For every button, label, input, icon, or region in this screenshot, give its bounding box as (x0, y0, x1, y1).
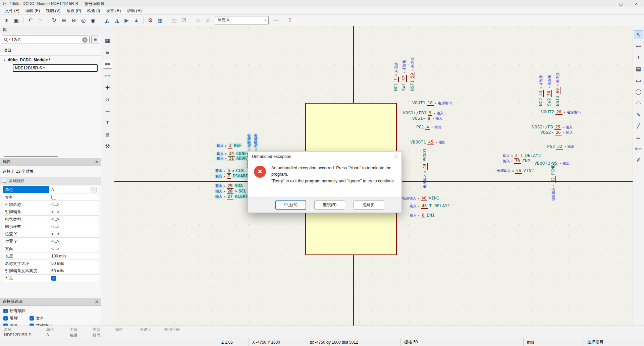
update-symbol-icon[interactable]: ↥ (285, 16, 294, 25)
add-textbox-tool-icon[interactable]: ▤ (634, 64, 643, 73)
datasheet-icon[interactable]: ▤ (170, 16, 179, 25)
pin-BST1[interactable]: BST159×未连接 (410, 57, 415, 91)
symbol-check-icon[interactable]: ☑ (179, 16, 189, 25)
property-row-1[interactable]: 专有 (3, 193, 99, 201)
tree-item-symbol[interactable]: NDE12D15R-S * (13, 64, 98, 72)
pin-SDA[interactable]: 双向×29SDA (215, 183, 243, 188)
pin-PG1[interactable]: PG14×输出 (416, 124, 441, 129)
add-rectangle-tool-icon[interactable]: ▭ (634, 76, 643, 85)
property-row-3[interactable]: 引脚编号<...> (3, 208, 99, 216)
pin-SW2[interactable]: SW258×未连接 (546, 75, 551, 106)
clear-search-icon[interactable]: ✕ (82, 37, 88, 43)
menu-item-5[interactable]: 设置 (R) (103, 7, 124, 15)
zoom-out-icon[interactable]: ⊖ (69, 16, 78, 25)
unit-select[interactable]: 单元 A ˅ (215, 16, 269, 24)
pin-ALERT[interactable]: 输入×27ALERT (215, 194, 248, 199)
filter-checkbox-1[interactable]: ✓引脚 (3, 315, 30, 321)
add-line-tool-icon[interactable]: ╱ (634, 121, 643, 130)
grid-display-icon[interactable]: ▦ (103, 36, 112, 45)
property-row-0[interactable]: 单位A˅ (3, 186, 99, 193)
filter-checkbox-2[interactable]: ✓文本 (30, 315, 98, 321)
checkbox-checked-icon[interactable]: ✓ (30, 316, 34, 321)
property-row-8[interactable]: 方向<...> (3, 245, 99, 252)
close-button[interactable]: ✕ (629, 0, 644, 7)
filter-checkbox-0[interactable]: ✓所有项目 (3, 308, 98, 314)
property-row-2[interactable]: 引脚名称<...> (3, 201, 99, 208)
dialog-button-0[interactable]: 中止(A) (275, 200, 306, 210)
search-input[interactable] (11, 37, 81, 42)
checkbox-unchecked-icon[interactable] (51, 195, 56, 199)
collapse-icon[interactable]: − (3, 179, 6, 183)
property-value[interactable]: <...> (49, 230, 99, 237)
dialog-button-2[interactable]: 忽略(I) (353, 200, 384, 210)
property-value[interactable]: 100 mils (49, 252, 99, 260)
pin-CLK[interactable]: 双向×5>CLK (215, 168, 244, 173)
redo-icon[interactable]: ↷ (36, 16, 45, 25)
property-value[interactable]: 50 mils (49, 267, 99, 274)
sort-button[interactable]: ≣ (91, 36, 99, 44)
pin-VOUT1[interactable]: VOUT118×电源输出 (412, 100, 452, 105)
dialog-title-bar[interactable]: Unhandled exception ✕ (248, 152, 401, 162)
property-value[interactable]: ✓ (49, 275, 99, 282)
pin-electrical-type-icon[interactable]: o? (103, 95, 112, 104)
pin-PGND2[interactable]: 电源输入×52PGND2 (550, 162, 555, 201)
save-icon[interactable]: ▣ (12, 16, 21, 25)
add-arc-tool-icon[interactable]: ◠ (634, 99, 643, 108)
pin-VIN1[interactable]: 电源输入×48VIN1 (402, 195, 439, 200)
undo-icon[interactable]: ↶ (26, 16, 35, 25)
show-hidden-text-icon[interactable]: T (103, 118, 112, 127)
move-anchor-tool-icon[interactable]: ⌖(0,0) (634, 144, 643, 153)
units-inch-icon[interactable]: in (103, 48, 112, 57)
properties-panel-icon[interactable]: ⚒ (103, 142, 112, 151)
property-row-7[interactable]: 位置 Y<...> (3, 238, 99, 245)
delete-tool-icon[interactable]: ✗ (634, 156, 643, 165)
pin-table-icon[interactable]: ▦ (156, 16, 165, 25)
menu-item-6[interactable]: 帮助 (H) (124, 7, 145, 15)
rotate-cw-icon[interactable]: ◮ (112, 16, 121, 25)
property-value[interactable]: <...> (49, 208, 99, 215)
pin-VOS1-[interactable]: VOS1-8×输入 (412, 116, 442, 121)
pin-ISHARE[interactable]: 双向×7ISHARE (215, 173, 248, 178)
menu-item-4[interactable]: 检查 (I) (84, 7, 103, 15)
close-icon[interactable]: ✕ (95, 160, 98, 164)
checkbox-checked-icon[interactable]: ✓ (3, 309, 8, 313)
pin-EN2[interactable]: 输入×30EN2 (503, 158, 530, 163)
add-bezier-tool-icon[interactable]: ∿ (634, 110, 643, 119)
pin-VOS1+/FB1[interactable]: VOS1+/FB19×输入 (403, 110, 444, 115)
property-row-9[interactable]: 长度100 mils (3, 252, 99, 260)
symbol-properties-icon[interactable]: ⚙ (146, 16, 155, 25)
maximize-button[interactable]: ▢ (613, 0, 629, 7)
add-polygon-tool-icon[interactable]: ▱ (634, 133, 643, 142)
mirror-horizontal-icon[interactable]: ▶ (122, 16, 131, 25)
sync-pins-icon[interactable]: ⊶ (271, 16, 280, 25)
units-mil-icon[interactable]: mil (103, 60, 112, 69)
property-row-12[interactable]: 可见✓ (3, 275, 99, 282)
units-mm-icon[interactable]: mm (103, 71, 112, 80)
properties-group-header[interactable]: − 基础属性 (0, 177, 101, 185)
pin-VBOOT1[interactable]: VBOOT145×输出 (410, 139, 445, 145)
chevron-down-icon[interactable]: ˅ (3, 58, 6, 62)
pin-NC1[interactable]: NC11×未连接 (393, 62, 398, 91)
checkbox-checked-icon[interactable]: ✓ (3, 316, 8, 321)
pin-VOUT2[interactable]: VOUT220×电源输出 (541, 109, 581, 114)
pin-VIN2[interactable]: 电源输入×56VIN2 (497, 168, 534, 173)
pin-SCL[interactable]: 输入×28>SCL (215, 188, 246, 193)
property-row-10[interactable]: 名称文字大小50 mils (3, 260, 99, 267)
pin-PGND1[interactable]: 电源输入×49PGND1 (422, 149, 427, 188)
pin-SW1[interactable]: SW157×未连接 (401, 60, 406, 91)
zoom-fit-icon[interactable]: ◎ (79, 16, 88, 25)
select-tool-icon[interactable]: ↖ (634, 30, 643, 39)
property-row-6[interactable]: 位置 X<...> (3, 230, 99, 238)
add-text-tool-icon[interactable]: T (634, 53, 643, 62)
menu-item-3[interactable]: 放置 (P) (63, 7, 84, 15)
minimize-button[interactable]: — (598, 0, 613, 7)
chevron-down-icon[interactable]: ˅ (90, 187, 97, 192)
show-hidden-pins-icon[interactable]: ⊸ (103, 107, 112, 116)
property-value[interactable] (49, 193, 99, 200)
property-value[interactable]: A˅ (49, 186, 99, 193)
property-value[interactable]: <...> (49, 245, 99, 252)
dialog-close-icon[interactable]: ✕ (394, 154, 397, 159)
pin-REF[interactable]: 输入×3REF (217, 143, 242, 148)
library-search-input[interactable]: ▾ ✕ (2, 36, 90, 44)
close-icon[interactable]: ✕ (95, 299, 98, 304)
